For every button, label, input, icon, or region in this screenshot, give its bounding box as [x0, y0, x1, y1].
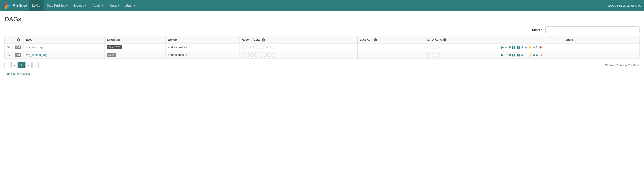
- caret-data-profiling: ▾: [66, 4, 68, 7]
- task-circle: [254, 53, 258, 57]
- th-info: i: [13, 36, 24, 44]
- page-title: DAGs: [4, 16, 640, 23]
- refresh-icon[interactable]: ↻: [536, 53, 538, 57]
- task-circle: [263, 46, 266, 49]
- info-icon-recent-tasks[interactable]: i: [262, 38, 265, 42]
- nav-item-admin[interactable]: Admin ▾: [90, 0, 107, 11]
- task-circle: [259, 53, 262, 57]
- th-last-run: Last Run i: [358, 36, 425, 44]
- tree-view-icon[interactable]: ✦: [505, 53, 508, 57]
- edit-icon[interactable]: ✎: [7, 53, 10, 57]
- th-recent-tasks: Recent Tasks i: [240, 36, 358, 44]
- dag-run-circle: [428, 46, 431, 49]
- search-label: Search:: [532, 28, 544, 32]
- links-cell: ▶ ✦ ✽ ▮▮ ▮▮ ✗ ☰ ⚡ ≡ ↻ ⊗: [502, 53, 637, 57]
- logs-icon[interactable]: ≡: [533, 46, 535, 49]
- th-dag-runs: DAG Runs i: [425, 36, 499, 44]
- dag-run-circle: [436, 53, 440, 57]
- dag-run-circle: [436, 46, 440, 49]
- task-circle: [259, 46, 262, 49]
- toggle-button[interactable]: Off: [15, 46, 21, 49]
- task-circle: [242, 46, 245, 49]
- dag-table: i DAG Schedule Owner Recent Tasks i Last…: [4, 36, 640, 59]
- pagination-area: « ‹ 1 › » Showing 1 to 2 of 2 entries: [4, 59, 640, 70]
- task-circle: [267, 53, 271, 57]
- task-circle: [272, 53, 275, 57]
- task-circle: [250, 46, 254, 49]
- landing-times-icon[interactable]: ✗: [521, 53, 524, 57]
- code-icon[interactable]: ⚡: [528, 53, 532, 57]
- recent-tasks-circles: [242, 53, 355, 57]
- info-icon-dag-runs[interactable]: i: [443, 38, 446, 42]
- pagination-current[interactable]: 1: [18, 62, 25, 68]
- nav-item-about[interactable]: About ▾: [122, 0, 138, 11]
- gantt-icon[interactable]: ▮▮: [516, 46, 520, 49]
- tree-view-icon[interactable]: ✦: [505, 46, 508, 49]
- pagination-last[interactable]: »: [32, 62, 38, 68]
- toggle-button[interactable]: Off: [15, 53, 21, 57]
- task-circle: [263, 53, 266, 57]
- dag-name-link[interactable]: my_first_dag: [26, 46, 42, 49]
- task-circle: [250, 53, 254, 57]
- caret-browse: ▾: [85, 4, 86, 7]
- showing-text: Showing 1 to 2 of 2 entries: [605, 64, 640, 67]
- brand-name: Airflow: [12, 3, 27, 8]
- landing-times-icon[interactable]: ✗: [521, 46, 524, 49]
- trigger-dag-icon[interactable]: ▶: [502, 46, 504, 49]
- gantt-icon[interactable]: ▮▮: [516, 53, 520, 57]
- pagination: « ‹ 1 › »: [4, 62, 38, 68]
- dag-run-circle: [428, 53, 431, 57]
- th-schedule: Schedule: [104, 36, 166, 44]
- delete-icon[interactable]: ⊗: [539, 53, 542, 57]
- edit-icon[interactable]: ✎: [7, 45, 10, 49]
- info-icon-last-run[interactable]: i: [374, 38, 377, 42]
- table-row: ✎Offmy_second_dagNoneandresionek91 ▶ ✦ ✽…: [5, 51, 640, 59]
- search-bar: Search:: [4, 26, 640, 33]
- pagination-next[interactable]: ›: [25, 62, 32, 68]
- details-icon[interactable]: ☰: [524, 53, 528, 57]
- graph-view-icon[interactable]: ✽: [508, 46, 511, 49]
- dag-run-circles: [428, 46, 497, 49]
- code-icon[interactable]: ⚡: [528, 46, 532, 49]
- th-dag: DAG: [24, 36, 104, 44]
- links-cell: ▶ ✦ ✽ ▮▮ ▮▮ ✗ ☰ ⚡ ≡ ↻ ⊗: [502, 46, 637, 49]
- th-owner: Owner: [166, 36, 239, 44]
- hide-paused-link[interactable]: Hide Paused DAGs: [4, 70, 30, 80]
- navbar: Airflow DAGs Data Profiling ▾ Browse ▾ A…: [0, 0, 644, 11]
- task-circle: [246, 46, 250, 49]
- table-row: ✎Offmy_first_dag*/5 ****andresionek91 ▶ …: [5, 44, 640, 51]
- dag-run-circle: [432, 46, 435, 49]
- details-icon[interactable]: ☰: [524, 46, 528, 49]
- caret-admin: ▾: [102, 4, 103, 7]
- schedule-badge: None: [107, 53, 116, 57]
- logs-icon[interactable]: ≡: [533, 53, 535, 57]
- schedule-badge: */5 ****: [107, 45, 122, 49]
- dag-run-circles: [428, 53, 497, 57]
- owner-cell: andresionek91: [166, 51, 239, 59]
- owner-cell: andresionek91: [166, 44, 239, 51]
- trigger-dag-icon[interactable]: ▶: [502, 53, 504, 57]
- dag-name-link[interactable]: my_second_dag: [26, 53, 47, 56]
- info-icon-header[interactable]: i: [17, 38, 20, 42]
- nav-items: DAGs Data Profiling ▾ Browse ▾ Admin ▾ D…: [29, 0, 608, 11]
- brand-logo[interactable]: Airflow: [3, 1, 27, 10]
- task-circle: [242, 53, 245, 57]
- nav-item-docs[interactable]: Docs ▾: [106, 0, 122, 11]
- duration-chart-icon[interactable]: ▮▮: [512, 53, 516, 57]
- nav-item-dags[interactable]: DAGs: [29, 0, 44, 11]
- last-run-cell: [358, 51, 425, 59]
- navbar-timestamp: 2020-06-01 22:20:06 UTC: [608, 4, 641, 8]
- duration-chart-icon[interactable]: ▮▮: [512, 46, 516, 49]
- last-run-cell: [358, 44, 425, 51]
- refresh-icon[interactable]: ↻: [536, 46, 538, 49]
- page-content: DAGs Search: i DAG Schedule Owner Recent…: [0, 11, 644, 191]
- task-circle: [267, 46, 271, 49]
- pagination-prev[interactable]: ‹: [12, 62, 18, 68]
- search-input[interactable]: [545, 26, 640, 33]
- nav-item-data-profiling[interactable]: Data Profiling ▾: [44, 0, 71, 11]
- nav-item-browse[interactable]: Browse ▾: [71, 0, 90, 11]
- pagination-first[interactable]: «: [4, 62, 11, 68]
- graph-view-icon[interactable]: ✽: [508, 53, 511, 57]
- caret-docs: ▾: [118, 4, 119, 7]
- delete-icon[interactable]: ⊗: [539, 46, 542, 49]
